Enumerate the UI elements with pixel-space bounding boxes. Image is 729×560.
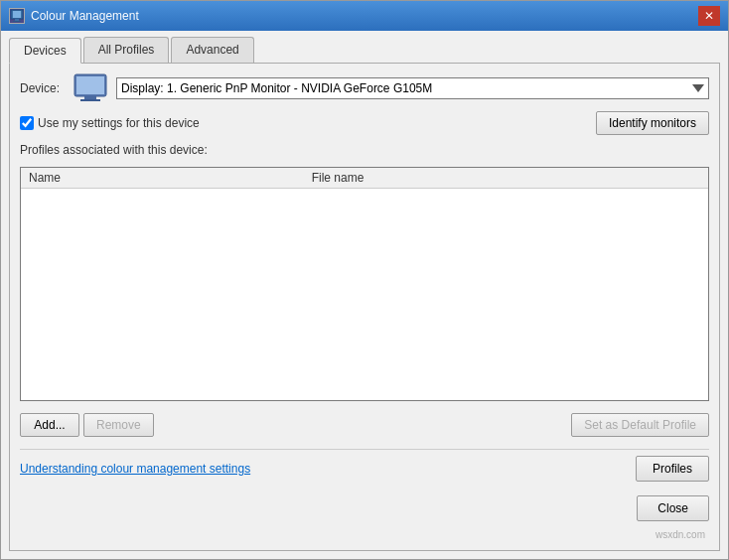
device-dropdown[interactable]: Display: 1. Generic PnP Monitor - NVIDIA… — [116, 77, 709, 99]
window-title: Colour Management — [31, 9, 139, 23]
bottom-buttons: Add... Remove Set as Default Profile — [20, 409, 709, 437]
svg-rect-5 — [76, 76, 104, 94]
app-icon — [9, 8, 25, 24]
profiles-table-container: Name File name — [20, 167, 709, 401]
bottom-close-row: Close — [20, 491, 709, 521]
set-default-button[interactable]: Set as Default Profile — [571, 413, 709, 437]
profiles-section-label: Profiles associated with this device: — [20, 143, 709, 157]
monitor-icon — [73, 73, 108, 103]
watermark: wsxdn.com — [20, 529, 709, 540]
title-bar: Colour Management ✕ — [1, 1, 728, 31]
btn-group-left: Add... Remove — [20, 413, 154, 437]
tab-all-profiles[interactable]: All Profiles — [83, 37, 170, 63]
window-body: Devices All Profiles Advanced Device: — [1, 31, 728, 559]
device-label: Device: — [20, 81, 65, 95]
profiles-button[interactable]: Profiles — [636, 456, 709, 482]
svg-rect-3 — [13, 21, 21, 22]
checkbox-row: Use my settings for this device Identify… — [20, 111, 709, 135]
svg-rect-7 — [80, 99, 100, 101]
device-row: Device: Display: 1. Generic PnP Monitor … — [20, 73, 709, 103]
tab-content-devices: Device: Display: 1. Generic PnP Monitor … — [9, 64, 720, 551]
remove-button[interactable]: Remove — [83, 413, 154, 437]
col-filename: File name — [304, 168, 708, 189]
col-name: Name — [21, 168, 304, 189]
main-window: Colour Management ✕ Devices All Profiles… — [0, 0, 729, 560]
svg-rect-1 — [13, 11, 21, 18]
add-button[interactable]: Add... — [20, 413, 79, 437]
title-bar-left: Colour Management — [9, 8, 139, 24]
identify-monitors-button[interactable]: Identify monitors — [596, 111, 709, 135]
tab-bar: Devices All Profiles Advanced — [9, 37, 720, 64]
tab-devices[interactable]: Devices — [9, 38, 81, 64]
profiles-table: Name File name — [21, 168, 708, 189]
svg-rect-2 — [15, 19, 19, 21]
close-window-button[interactable]: ✕ — [698, 6, 720, 26]
use-settings-label[interactable]: Use my settings for this device — [20, 116, 200, 130]
use-settings-checkbox[interactable] — [20, 116, 34, 130]
close-button[interactable]: Close — [637, 495, 709, 521]
table-header-row: Name File name — [21, 168, 708, 189]
svg-rect-6 — [84, 96, 96, 99]
understanding-link[interactable]: Understanding colour management settings — [20, 462, 250, 476]
tab-advanced[interactable]: Advanced — [171, 37, 253, 63]
footer-row: Understanding colour management settings… — [20, 449, 709, 484]
